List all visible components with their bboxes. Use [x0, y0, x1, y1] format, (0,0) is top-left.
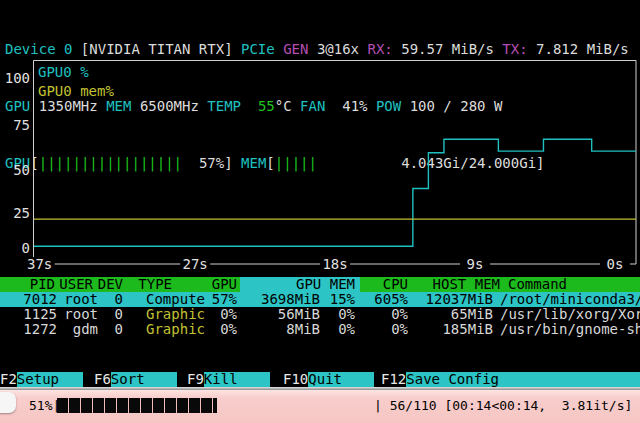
scrollbar-thumb[interactable] [0, 392, 16, 413]
cell-cpu: 0% [391, 307, 408, 322]
cell-type: Graphic [146, 322, 205, 337]
fkey-label: F12 [381, 372, 406, 387]
cell-host-mem: 185MiB [442, 322, 493, 337]
fkey-action: Setup [17, 372, 83, 387]
rx-value: 59.57 MiB/s [393, 41, 503, 57]
cell-user: root [64, 307, 98, 322]
fkey-action: Sort [111, 372, 177, 387]
cell-type: Graphic [146, 307, 205, 322]
progress-stats-text: | 56/110 [00:14<00:14, 3.81it/s] [374, 398, 632, 414]
process-row[interactable]: 1272 gdm 0 Graphic 0% 8MiB 0% 0% 185MiB … [0, 322, 640, 337]
quit-button[interactable]: F10 Quit [283, 372, 374, 387]
cell-host-mem: 12037MiB [426, 292, 493, 307]
cell-pid: 1125 [23, 307, 57, 322]
svg-text:GPU0 mem%: GPU0 mem% [38, 83, 114, 99]
cell-command: /usr/lib/xorg/Xor [500, 307, 640, 322]
cell-gpu: 57% [212, 292, 237, 307]
svg-text:75: 75 [13, 117, 30, 133]
fkey-action: Save Config [406, 372, 640, 387]
cell-cpu: 605% [374, 292, 408, 307]
cell-command: /root/miniconda3/ [500, 292, 640, 307]
cell-mem-pct: 15% [330, 292, 355, 307]
cell-dev: 0 [115, 322, 123, 337]
fkey-label: F10 [283, 372, 308, 387]
cell-mem-pct: 0% [338, 307, 355, 322]
cell-cpu: 0% [391, 322, 408, 337]
cell-gpu-mem: 56MiB [278, 307, 320, 322]
svg-text:GPU0 %: GPU0 % [38, 64, 89, 80]
column-header-command: Command [508, 277, 567, 292]
tx-value: 7.812 MiB/s [528, 41, 629, 57]
cell-command: /usr/bin/gnome-sh [500, 322, 640, 337]
svg-text:25: 25 [13, 205, 30, 221]
nvtop-terminal-screen: Device 0 [NVIDIA TITAN RTX] PCIe GEN 3@1… [0, 0, 640, 423]
function-key-bar: F2 Setup F6 Sort F9 Kill F10 Quit F12 Sa… [0, 372, 640, 387]
cell-pid: 7012 [23, 292, 57, 307]
svg-text:18s: 18s [322, 256, 347, 272]
tqdm-progress-strip: 51%| | 56/110 [00:14<00:14, 3.81it/s] [0, 390, 640, 423]
cell-user: root [64, 292, 98, 307]
column-header-dev: DEV [98, 277, 123, 292]
fkey-label: F6 [94, 372, 111, 387]
svg-text:0s: 0s [607, 256, 624, 272]
fkey-action: Kill [204, 372, 270, 387]
table-header: PID USER DEV TYPE GPU GPU MEM CPU HOST M… [0, 277, 640, 292]
sort-button[interactable]: F6 Sort [94, 372, 177, 387]
cell-type: Compute [146, 292, 205, 307]
svg-text:100: 100 [5, 70, 30, 86]
fkey-label: F9 [187, 372, 204, 387]
svg-text:37s: 37s [27, 256, 52, 272]
column-header-type: TYPE [138, 277, 172, 292]
svg-text:0: 0 [22, 240, 30, 256]
pcie-label: PCIe [241, 41, 275, 57]
progress-bar-track [57, 398, 371, 413]
svg-text:9s: 9s [467, 256, 484, 272]
column-header-gpu-mem: GPU MEM [296, 277, 355, 292]
cell-gpu: 0% [220, 307, 237, 322]
column-header-pid: PID [30, 277, 55, 292]
fkey-label: F2 [0, 372, 17, 387]
svg-text:50: 50 [13, 162, 30, 178]
progress-percent-label: 51%| [29, 398, 60, 414]
cell-gpu-mem: 3698MiB [261, 292, 320, 307]
cell-gpu-mem: 8MiB [286, 322, 320, 337]
gpu-history-chart: 100755025037s27s18s9s0sGPU0 %GPU0 mem% [0, 57, 640, 275]
gen-label: GEN [283, 41, 308, 57]
process-row[interactable]: 1125 root 0 Graphic 0% 56MiB 0% 0% 65MiB… [0, 307, 640, 322]
tx-label: TX: [502, 41, 527, 57]
cell-pid: 1272 [23, 322, 57, 337]
cell-gpu: 0% [220, 322, 237, 337]
fkey-action: Quit [308, 372, 374, 387]
setup-button[interactable]: F2 Setup [0, 372, 83, 387]
column-header-user: USER [59, 277, 93, 292]
cell-mem-pct: 0% [338, 322, 355, 337]
column-header-host-mem: HOST MEM [433, 277, 500, 292]
cell-user: gdm [73, 322, 98, 337]
cell-host-mem: 65MiB [451, 307, 493, 322]
column-header-gpu: GPU [212, 277, 237, 292]
cell-dev: 0 [115, 307, 123, 322]
svg-text:27s: 27s [183, 256, 208, 272]
column-header-cpu: CPU [383, 277, 408, 292]
save-config-button[interactable]: F12 Save Config [381, 372, 640, 387]
cell-dev: 0 [115, 292, 123, 307]
process-table: PID USER DEV TYPE GPU GPU MEM CPU HOST M… [0, 277, 640, 337]
rx-label: RX: [367, 41, 392, 57]
progress-bar-fill [57, 398, 217, 413]
process-row-selected[interactable]: 7012 root 0 Compute 57% 3698MiB 15% 605%… [0, 292, 640, 307]
kill-button[interactable]: F9 Kill [187, 372, 270, 387]
device-label: Device 0 [5, 41, 72, 57]
